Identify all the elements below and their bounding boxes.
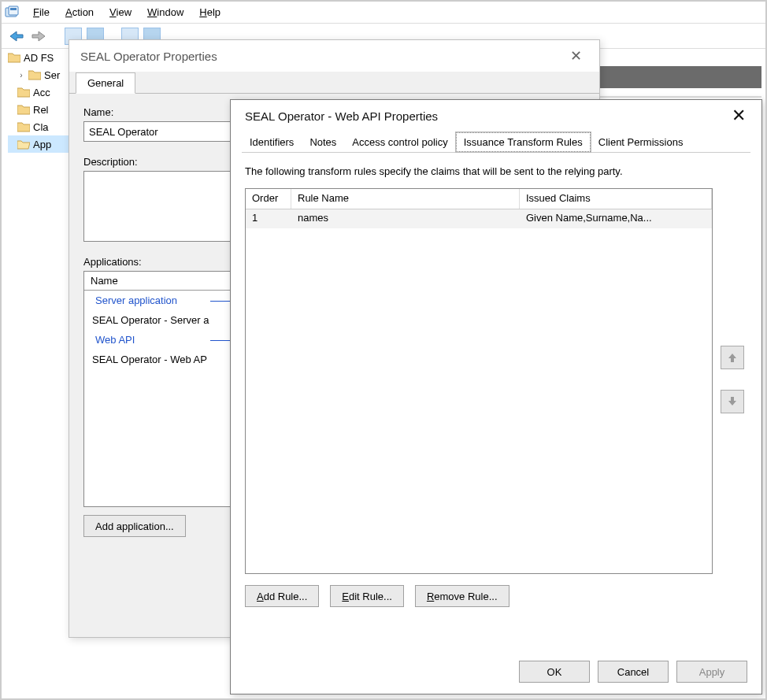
col-order[interactable]: Order xyxy=(246,189,291,209)
ok-button[interactable]: OK xyxy=(519,661,590,683)
cell-issued-claims: Given Name,Surname,Na... xyxy=(520,209,712,228)
col-issued-claims[interactable]: Issued Claims xyxy=(520,189,712,209)
tree-item-4[interactable]: App xyxy=(8,135,72,153)
name-input[interactable] xyxy=(83,121,241,142)
tree-item-label: Ser xyxy=(44,69,60,81)
forward-arrow-icon[interactable] xyxy=(30,28,47,45)
arrow-down-icon xyxy=(727,396,738,407)
edit-rule-button[interactable]: Edit Rule... xyxy=(330,585,404,607)
mmc-icon xyxy=(5,6,19,20)
app-item-server[interactable]: SEAL Operator - Server a xyxy=(84,310,240,330)
tab-access-control-policy[interactable]: Access control policy xyxy=(344,132,455,152)
tree-root[interactable]: AD FS xyxy=(8,49,72,66)
cancel-button[interactable]: Cancel xyxy=(598,661,669,683)
table-row[interactable]: 1 names Given Name,Surname,Na... xyxy=(246,209,712,228)
app-group-server: Server application xyxy=(84,291,240,310)
description-input[interactable] xyxy=(83,171,241,242)
tree-root-label: AD FS xyxy=(24,52,54,64)
col-rule-name[interactable]: Rule Name xyxy=(291,189,520,209)
add-application-button[interactable]: Add application... xyxy=(83,515,186,537)
web-api-properties-dialog: SEAL Operator - Web API Properties ✕ Ide… xyxy=(230,99,762,694)
dialog1-titlebar[interactable]: SEAL Operator Properties ✕ xyxy=(69,40,599,72)
app-group-webapi: Web API xyxy=(84,330,240,350)
expander-icon[interactable]: › xyxy=(17,71,25,80)
tab-issuance-transform-rules[interactable]: Issuance Transform Rules xyxy=(456,132,591,152)
tree-item-label: Cla xyxy=(33,121,49,133)
dialog1-tabstrip: General xyxy=(69,72,599,94)
cell-rule-name: names xyxy=(291,209,520,228)
rules-table[interactable]: Order Rule Name Issued Claims 1 names Gi… xyxy=(245,188,713,574)
actions-pane-header xyxy=(600,66,761,88)
folder-icon xyxy=(17,104,30,115)
folder-icon xyxy=(17,121,30,132)
tree-item-label: Rel xyxy=(33,104,49,116)
menu-help[interactable]: Help xyxy=(191,3,228,21)
cell-order: 1 xyxy=(246,209,291,228)
tree-view: AD FS › Ser Acc Rel Cla App xyxy=(8,49,72,153)
dialog2-title: SEAL Operator - Web API Properties xyxy=(245,109,438,123)
menubar: File Action View Window Help xyxy=(2,2,765,24)
tree-item-0[interactable]: › Ser xyxy=(8,66,72,83)
folder-icon xyxy=(8,52,20,63)
applications-header[interactable]: Name xyxy=(84,272,240,291)
tab-identifiers[interactable]: Identifiers xyxy=(242,132,302,152)
folder-icon xyxy=(17,87,30,98)
folder-icon xyxy=(28,69,41,80)
add-rule-button[interactable]: Add Rule... xyxy=(245,585,319,607)
dialog1-title: SEAL Operator Properties xyxy=(80,50,217,63)
tab-general[interactable]: General xyxy=(76,72,135,94)
move-up-button[interactable] xyxy=(721,346,744,369)
close-icon[interactable]: ✕ xyxy=(564,44,588,68)
menu-view[interactable]: View xyxy=(102,3,139,21)
menu-window[interactable]: Window xyxy=(139,3,191,21)
tree-item-label: App xyxy=(33,139,51,150)
rules-description: The following transform rules specify th… xyxy=(245,165,747,177)
menu-action[interactable]: Action xyxy=(57,3,102,21)
svg-rect-1 xyxy=(9,6,18,15)
order-buttons xyxy=(721,188,747,607)
tree-item-2[interactable]: Rel xyxy=(8,101,72,118)
back-arrow-icon[interactable] xyxy=(8,28,25,45)
apply-button[interactable]: Apply xyxy=(676,661,747,683)
dialog2-titlebar[interactable]: SEAL Operator - Web API Properties ✕ xyxy=(231,100,761,131)
menu-file[interactable]: File xyxy=(25,3,57,21)
divider xyxy=(600,96,761,98)
rules-table-header: Order Rule Name Issued Claims xyxy=(246,189,712,209)
tab-client-permissions[interactable]: Client Permissions xyxy=(591,132,691,152)
folder-open-icon xyxy=(17,139,30,150)
tab-notes[interactable]: Notes xyxy=(302,132,344,152)
move-down-button[interactable] xyxy=(721,390,744,413)
arrow-up-icon xyxy=(727,352,738,363)
remove-rule-button[interactable]: Remove Rule... xyxy=(415,585,509,607)
tree-item-label: Acc xyxy=(33,87,50,98)
close-icon[interactable]: ✕ xyxy=(725,102,752,129)
app-item-webapi[interactable]: SEAL Operator - Web AP xyxy=(84,350,240,369)
svg-rect-2 xyxy=(10,8,17,10)
dialog2-tabstrip: Identifiers Notes Access control policy … xyxy=(231,131,761,152)
dialog2-footer: OK Cancel Apply xyxy=(519,661,747,683)
tree-item-3[interactable]: Cla xyxy=(8,118,72,135)
applications-list[interactable]: Name Server application SEAL Operator - … xyxy=(83,271,241,507)
tree-item-1[interactable]: Acc xyxy=(8,83,72,101)
